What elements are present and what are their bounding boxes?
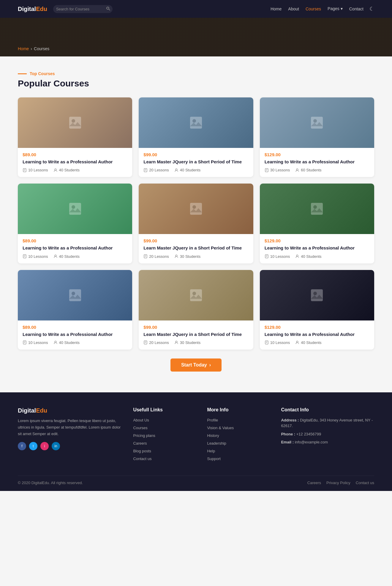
- course-lessons: 20 Lessons: [143, 254, 169, 259]
- course-image: [18, 184, 132, 234]
- course-title: Learning to Write as a Professional Auth…: [23, 159, 127, 165]
- footer-link-vision[interactable]: Vision & Values: [207, 426, 234, 430]
- course-lessons: 10 Lessons: [265, 254, 290, 259]
- breadcrumb-home[interactable]: Home: [18, 46, 29, 51]
- svg-point-21: [72, 205, 75, 209]
- course-meta: 20 Lessons 40 Students: [143, 168, 248, 172]
- nav-pages[interactable]: Pages ▾: [328, 6, 343, 11]
- course-title: Learning to Write as a Professional Auth…: [265, 159, 369, 165]
- nav-contact[interactable]: Contact: [349, 7, 363, 11]
- breadcrumb-separator: ›: [31, 46, 32, 51]
- instagram-icon[interactable]: i: [40, 442, 49, 450]
- footer-link-history[interactable]: History: [207, 433, 219, 438]
- footer-link-profile[interactable]: Profile: [207, 418, 218, 422]
- course-title: Learning to Write as a Professional Auth…: [23, 245, 127, 251]
- course-meta: 20 Lessons 30 Students: [143, 340, 248, 345]
- footer-link-contact[interactable]: Contact us: [133, 457, 151, 461]
- footer-bottom: © 2020 DigitalEdu. All rights reserved. …: [18, 476, 374, 485]
- start-today-button[interactable]: Start Today ›: [170, 358, 222, 372]
- facebook-icon[interactable]: f: [18, 442, 26, 450]
- course-students: 40 Students: [53, 340, 80, 345]
- svg-point-33: [313, 205, 317, 209]
- svg-rect-46: [144, 341, 147, 344]
- course-students: 40 Students: [295, 254, 321, 259]
- svg-point-49: [176, 341, 177, 343]
- svg-line-1: [109, 9, 110, 10]
- course-card[interactable]: $89.00 Learning to Write as a Profession…: [18, 97, 132, 177]
- nav-about[interactable]: About: [288, 7, 299, 11]
- user-icon: [53, 340, 58, 345]
- svg-point-51: [313, 292, 317, 295]
- course-meta: 30 Lessons 60 Students: [265, 168, 369, 172]
- user-icon: [295, 168, 299, 172]
- svg-point-27: [192, 205, 196, 209]
- book-icon: [265, 168, 269, 172]
- course-title: Learn Master JQuery in a Short Period of…: [143, 331, 248, 337]
- footer-top: DigitalEdu Lorem ipsum viverra feugiat. …: [18, 407, 374, 464]
- footer-link-support[interactable]: Support: [207, 457, 221, 461]
- course-card[interactable]: $129.00 Learning to Write as a Professio…: [260, 270, 374, 350]
- book-icon: [265, 340, 269, 345]
- footer-link-leadership[interactable]: Leadership: [207, 441, 226, 446]
- footer-link-about-us[interactable]: About Us: [133, 418, 149, 422]
- svg-rect-26: [190, 203, 202, 215]
- user-icon: [53, 168, 58, 172]
- search-input[interactable]: [53, 5, 113, 13]
- svg-rect-20: [69, 203, 81, 215]
- footer-link-pricing[interactable]: Pricing plans: [133, 433, 155, 438]
- cta-section: Start Today ›: [18, 358, 374, 372]
- book-icon: [265, 254, 269, 258]
- course-price: $89.00: [23, 152, 127, 157]
- breadcrumb: Home › Courses: [18, 46, 49, 51]
- section-label: Top Courses: [18, 71, 374, 76]
- user-icon: [295, 254, 299, 258]
- svg-rect-22: [23, 255, 26, 258]
- svg-point-25: [55, 255, 56, 257]
- course-card[interactable]: $99.00 Learn Master JQuery in a Short Pe…: [139, 270, 253, 350]
- svg-rect-50: [311, 289, 323, 301]
- twitter-icon[interactable]: t: [29, 442, 37, 450]
- course-students: 60 Students: [295, 168, 321, 172]
- dark-mode-toggle[interactable]: ☾: [369, 6, 374, 12]
- user-icon: [174, 168, 178, 172]
- course-title: Learning to Write as a Professional Auth…: [265, 245, 369, 251]
- book-icon: [23, 340, 27, 345]
- course-meta: 10 Lessons 40 Students: [23, 168, 127, 172]
- course-card[interactable]: $99.00 Learn Master JQuery in a Short Pe…: [139, 97, 253, 177]
- section-tag: Top Courses: [30, 71, 55, 76]
- course-price: $89.00: [23, 325, 127, 330]
- book-icon: [23, 254, 27, 258]
- course-card[interactable]: $89.00 Learning to Write as a Profession…: [18, 270, 132, 350]
- course-image: [18, 270, 132, 320]
- footer-email: Email : info@example.com: [281, 439, 374, 445]
- search-bar: [53, 5, 113, 13]
- hero-section: Home › Courses: [0, 18, 392, 56]
- brand-logo[interactable]: DigitalEdu: [18, 6, 47, 12]
- course-card[interactable]: $129.00 Learning to Write as a Professio…: [260, 97, 374, 177]
- arrow-icon: ›: [209, 362, 211, 368]
- course-students: 40 Students: [53, 168, 80, 172]
- footer-brand-col: DigitalEdu Lorem ipsum viverra feugiat. …: [18, 407, 121, 464]
- svg-rect-40: [23, 341, 26, 344]
- svg-rect-4: [23, 168, 26, 172]
- course-card[interactable]: $129.00 Learning to Write as a Professio…: [260, 184, 374, 263]
- footer-link-help[interactable]: Help: [207, 449, 215, 453]
- course-students: 40 Students: [53, 254, 80, 259]
- footer-bottom-contact[interactable]: Contact us: [356, 481, 374, 485]
- course-card[interactable]: $89.00 Learning to Write as a Profession…: [18, 184, 132, 263]
- course-price: $129.00: [265, 152, 369, 157]
- search-button[interactable]: [106, 7, 110, 12]
- course-card[interactable]: $99.00 Learn Master JQuery in a Short Pe…: [139, 184, 253, 263]
- footer-bottom-careers[interactable]: Careers: [307, 481, 321, 485]
- user-icon: [295, 340, 299, 345]
- nav-courses[interactable]: Courses: [306, 7, 321, 11]
- footer-bottom-privacy[interactable]: Privacy Policy: [326, 481, 350, 485]
- user-icon: [174, 340, 178, 345]
- course-title: Learning to Write as a Professional Auth…: [265, 331, 369, 337]
- linkedin-icon[interactable]: in: [52, 442, 60, 450]
- footer-link-careers[interactable]: Careers: [133, 441, 147, 446]
- footer-link-blog[interactable]: Blog posts: [133, 449, 151, 453]
- nav-home[interactable]: Home: [271, 7, 282, 11]
- footer-link-courses[interactable]: Courses: [133, 426, 147, 430]
- footer-phone: Phone : +12 23456799: [281, 431, 374, 437]
